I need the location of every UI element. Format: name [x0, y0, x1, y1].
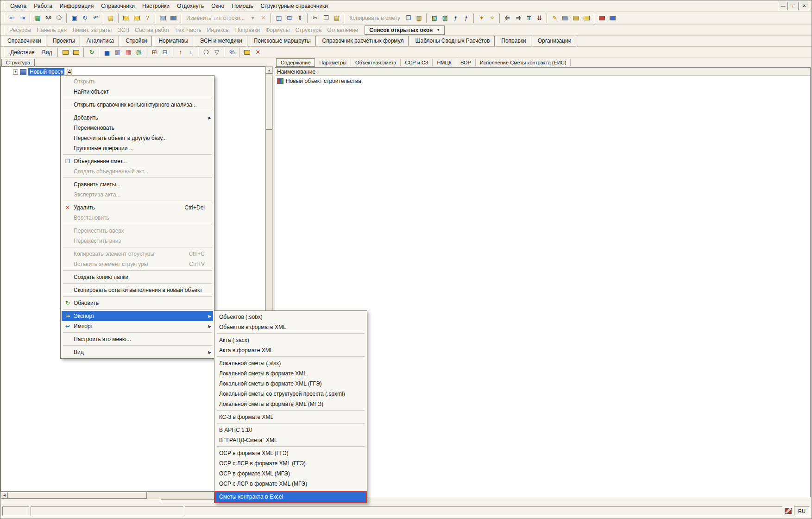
submenu-item-grand-smeta-xml[interactable]: В "ГРАНД-Смета" XML [215, 435, 366, 445]
find-object-icon[interactable]: ❍ [201, 47, 211, 57]
vehicle-truck-icon[interactable] [157, 13, 168, 23]
folder-up-icon[interactable] [60, 47, 71, 57]
module-tab-spravochniki[interactable]: Справочники [2, 36, 46, 46]
filter-icon[interactable]: ▽ [211, 47, 222, 57]
menubar-item-pomosch[interactable]: Помощь [228, 1, 257, 11]
refresh-tree-icon[interactable]: ↻ [86, 47, 97, 57]
submenu-item-act-xml[interactable]: Акта в формате XML [215, 345, 366, 355]
menu-top-menu-action[interactable]: Действие [6, 47, 38, 57]
objects-list-icon[interactable]: ▥ [112, 47, 123, 57]
submenu-item-osr-lsr-xml-gge[interactable]: ОСР с ЛСР в формате XML (ГГЭ) [215, 458, 366, 468]
decimal-places-icon[interactable]: 0,0 [43, 13, 54, 23]
submenu-item-osr-xml-mge[interactable]: ОСР в формате XML (МГЭ) [215, 468, 366, 479]
delete-object-icon[interactable]: ✕ [252, 47, 263, 57]
context-menu-item-copy-remainders-to-new-object[interactable]: Скопировать остатки выполнения в новый о… [62, 285, 213, 295]
objects-structure-icon[interactable]: ▅ [101, 47, 112, 57]
folder-open-icon[interactable] [71, 47, 82, 57]
open-windows-dropdown[interactable]: Список открытых окон▼ [365, 25, 445, 35]
move-rows-right-icon[interactable]: ⇉ [513, 13, 523, 23]
content-tab-soderzhanie[interactable]: Содержание [276, 58, 315, 67]
menubar-item-informaciya[interactable]: Информация [56, 1, 97, 11]
context-menu-item-add[interactable]: Добавить▶ [62, 113, 213, 123]
vehicle-car-icon[interactable] [168, 13, 179, 23]
submenu-item-contract-estimates-excel[interactable]: Сметы контракта в Excel [215, 492, 366, 502]
context-menu-item-export[interactable]: ↪Экспорт▶ [62, 311, 213, 321]
content-tab-nmck[interactable]: НМЦК [433, 59, 456, 66]
menubar-item-rabota[interactable]: Работа [30, 1, 56, 11]
submenu-item-local-estimate-xml-mge[interactable]: Локальной сметы в формате XML (МГЭ) [215, 399, 366, 409]
context-menu-item-refresh[interactable]: ↻Обновить [62, 298, 213, 308]
new-folder-icon[interactable] [242, 47, 252, 57]
tab-structure[interactable]: Структура [1, 59, 35, 66]
report-alt-icon[interactable]: ▨ [440, 13, 450, 23]
scroll-left-icon[interactable]: ◀ [1, 492, 8, 499]
new-document-icon[interactable]: ▤ [106, 13, 116, 23]
context-menu-item-merge-estimates[interactable]: ❐Объединение смет... [62, 156, 213, 166]
content-tab-vor[interactable]: ВОР [456, 59, 476, 66]
split-view-icon[interactable]: ◫ [273, 13, 284, 23]
module-tab-popravki[interactable]: Поправки [496, 36, 531, 46]
percent-icon[interactable]: % [227, 47, 237, 57]
content-tab-obektnaya-smeta[interactable]: Объектная смета [351, 59, 401, 66]
wizard-table-icon[interactable]: ✦ [476, 13, 487, 23]
module-tab-poiskovye-marshruty[interactable]: Поисковые маршруты [249, 36, 316, 46]
table-compact-icon[interactable]: ⊟ [159, 47, 170, 57]
object-row[interactable]: Новый объект строительства [275, 76, 810, 86]
content-tab-ispolnenie-smety-kontrakta-eis[interactable]: Исполнение Сметы контракта (ЕИС) [476, 59, 571, 66]
module-tab-organizacii[interactable]: Организации [533, 36, 577, 46]
outline-demote-icon[interactable]: ⇤ [6, 13, 17, 23]
formula-fx-icon[interactable]: ƒ [450, 13, 461, 23]
submenu-item-local-estimate-xml-gge[interactable]: Локальной сметы в формате XML (ГГЭ) [215, 379, 366, 389]
module-tab-shablony-svodnyh-raschetov[interactable]: Шаблоны Сводных Расчётов [410, 36, 495, 46]
context-menu-item-create-folder-copy[interactable]: Создать копию папки [62, 272, 213, 282]
module-tab-spravochnik-raschetnyh-formul[interactable]: Справочник расчётных формул [317, 36, 409, 46]
context-menu-item-group-operations[interactable]: Групповые операции ... [62, 143, 213, 153]
add-folder-icon[interactable] [121, 13, 132, 23]
wizard-report-icon[interactable]: ✧ [487, 13, 497, 23]
copy-icon[interactable]: ❐ [321, 13, 331, 23]
submenu-item-arps-110[interactable]: В АРПС 1.10 [215, 425, 366, 435]
context-menu-item-delete[interactable]: ✕УдалитьCtrl+Del [62, 203, 213, 213]
book-red-icon[interactable] [597, 13, 607, 23]
context-menu-item-import[interactable]: ↩Импорт▶ [62, 321, 213, 331]
split-horizontal-icon[interactable]: ⊟ [284, 13, 295, 23]
formula-fp-icon[interactable]: ƒ [461, 13, 472, 23]
paste-icon[interactable]: ▤ [331, 13, 342, 23]
pencil-icon[interactable]: ✎ [549, 13, 560, 23]
vertical-scroll-thumb[interactable] [266, 76, 272, 130]
expand-icon[interactable]: + [13, 70, 18, 75]
menu-top-menu-view[interactable]: Вид [38, 47, 56, 57]
module-tab-analitika[interactable]: Аналитика [82, 36, 119, 46]
close-button[interactable]: ✕ [799, 2, 809, 10]
context-menu-item-recalc-to-other-base[interactable]: Пересчитать объект в другую базу... [62, 133, 213, 143]
cut-icon[interactable]: ✂ [310, 13, 321, 23]
language-indicator[interactable]: RU [794, 506, 810, 516]
folder-question-icon[interactable]: ? [142, 13, 153, 23]
transport-icon[interactable] [571, 13, 581, 23]
submenu-item-ks3-xml[interactable]: КС-3 в формате XML [215, 412, 366, 422]
move-rows-up-icon[interactable]: ⇈ [523, 13, 534, 23]
menubar-item-nastroyki[interactable]: Настройки [138, 1, 173, 11]
module-tab-proekty[interactable]: Проекты [48, 36, 80, 46]
table-normal-icon[interactable]: ⊞ [149, 47, 159, 57]
objects-chart-icon[interactable]: ▦ [123, 47, 133, 57]
context-menu-item-rename[interactable]: Переименовать [62, 123, 213, 133]
submenu-item-local-estimate-spxml[interactable]: Локальной сметы со структурой проекта (.… [215, 389, 366, 399]
row-height-icon[interactable]: ⇕ [295, 13, 305, 23]
module-tab-normativy[interactable]: Нормативы [153, 36, 193, 46]
objects-report-icon[interactable]: ▧ [133, 47, 144, 57]
submenu-item-objects-xml[interactable]: Объектов в формате XML [215, 322, 366, 332]
scroll-up-icon[interactable]: ▲ [266, 67, 272, 74]
module-tab-stroyki[interactable]: Стройки [120, 36, 152, 46]
content-tab-ssr-i-sz[interactable]: ССР и СЗ [401, 59, 433, 66]
delete-row-icon[interactable]: ✕ [258, 13, 269, 23]
sort-up-icon[interactable]: ↑ [175, 47, 185, 57]
context-menu-item-compare-estimates[interactable]: Сравнить сметы... [62, 179, 213, 190]
content-tab-parametry[interactable]: Параметры [315, 59, 351, 66]
module-tab-esn-i-metodiki[interactable]: ЭСН и методики [195, 36, 247, 46]
menubar-item-otdohnut[interactable]: Отдохнуть [173, 1, 208, 11]
submenu-item-osr-xml-gge[interactable]: ОСР в формате XML (ГГЭ) [215, 448, 366, 458]
menubar-item-spravochniki[interactable]: Справочники [97, 1, 138, 11]
column-header-name[interactable]: Наименование [275, 68, 810, 76]
undo-icon[interactable]: ↶ [90, 13, 101, 23]
